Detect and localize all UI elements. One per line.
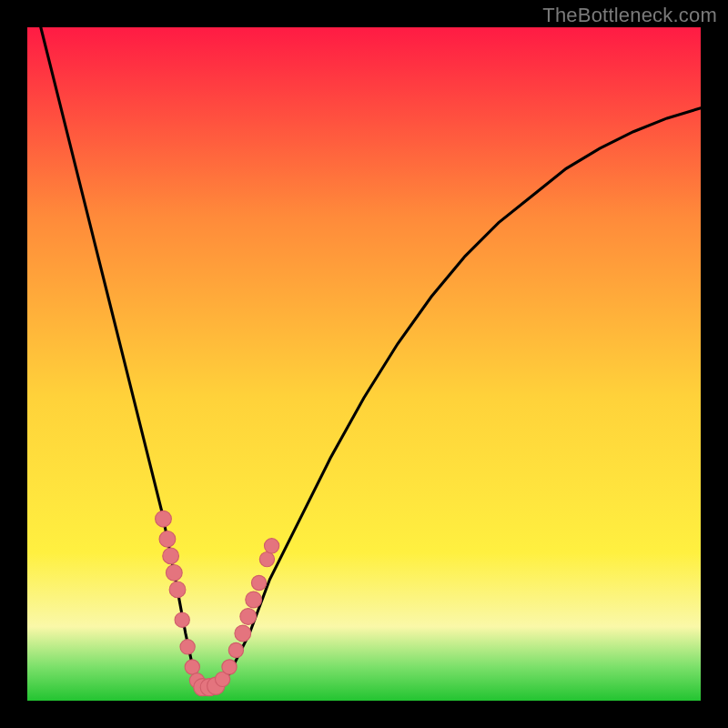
data-marker xyxy=(240,609,257,625)
data-markers xyxy=(156,511,279,695)
data-marker xyxy=(222,660,237,674)
data-marker xyxy=(169,581,186,598)
data-marker xyxy=(180,640,195,654)
data-marker xyxy=(175,612,189,627)
data-marker xyxy=(156,511,172,527)
data-marker xyxy=(264,539,278,553)
plot-area xyxy=(27,27,701,701)
watermark-text: TheBottleneck.com xyxy=(542,4,717,27)
data-marker xyxy=(246,592,262,608)
data-marker xyxy=(159,531,176,548)
data-marker xyxy=(185,660,199,674)
chart-frame: TheBottleneck.com xyxy=(0,0,728,728)
chart-svg xyxy=(27,27,701,701)
data-marker xyxy=(166,565,182,581)
data-marker xyxy=(163,548,179,564)
data-marker xyxy=(259,551,274,566)
data-marker xyxy=(235,625,251,642)
data-marker xyxy=(228,642,243,657)
data-marker xyxy=(251,575,266,590)
bottleneck-curve xyxy=(41,27,701,687)
